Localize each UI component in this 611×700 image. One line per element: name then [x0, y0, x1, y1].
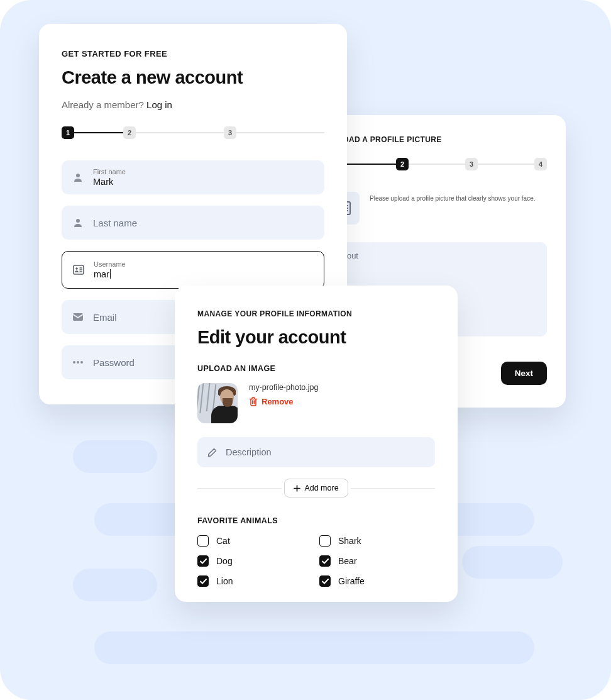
remove-label: Remove	[261, 397, 294, 406]
username-label: Username	[94, 260, 126, 268]
step-line	[478, 164, 534, 165]
edit-eyebrow: MANAGE YOUR PROFILE INFORMATION	[197, 309, 435, 318]
upload-heading: UPLOAD A PROFILE PICTURE	[327, 135, 547, 144]
description-placeholder: Description	[226, 447, 272, 457]
step-3[interactable]: 3	[224, 126, 236, 139]
step-3[interactable]: 3	[465, 158, 478, 170]
animal-checkbox-grid: CatSharkDogBearLionGiraffe	[197, 535, 435, 587]
checkbox[interactable]	[319, 575, 331, 587]
step-line	[339, 164, 396, 165]
add-more-button[interactable]: Add more	[284, 479, 348, 497]
email-placeholder: Email	[93, 312, 117, 323]
firstname-value: Mark	[93, 177, 126, 187]
already-member-text: Already a member?	[62, 99, 146, 110]
favorite-animals-heading: FAVORITE ANIMALS	[197, 516, 435, 525]
password-dots-icon	[72, 356, 84, 369]
step-4[interactable]: 4	[534, 158, 547, 170]
checkbox-item-giraffe[interactable]: Giraffe	[319, 575, 435, 587]
lastname-placeholder: Last name	[93, 218, 137, 228]
step-line	[236, 132, 324, 133]
step-1[interactable]: 1	[62, 126, 74, 139]
checkbox-label: Cat	[216, 536, 230, 546]
checkbox-item-shark[interactable]: Shark	[319, 535, 435, 547]
checkbox-item-cat[interactable]: Cat	[197, 535, 313, 547]
bg-decoration	[73, 569, 157, 601]
login-link[interactable]: Log in	[146, 99, 172, 110]
checkbox-label: Lion	[216, 576, 233, 586]
checkbox[interactable]	[197, 575, 209, 587]
person-icon	[72, 171, 84, 184]
upload-note: Please upload a profile picture that cle…	[370, 192, 535, 203]
checkbox-label: Shark	[338, 536, 361, 546]
avatar[interactable]	[197, 383, 238, 423]
checkbox-label: Giraffe	[338, 576, 365, 586]
create-title: Create a new account	[62, 67, 324, 88]
next-button[interactable]: Next	[501, 362, 547, 385]
bg-decoration	[94, 631, 534, 664]
svg-point-5	[76, 174, 80, 177]
create-stepper: 1 2 3	[62, 126, 324, 139]
edit-account-card: MANAGE YOUR PROFILE INFORMATION Edit you…	[175, 286, 458, 602]
svg-point-15	[80, 361, 83, 364]
next-button-label: Next	[515, 369, 533, 378]
upload-stepper: 1 2 3 4	[327, 158, 547, 170]
person-icon	[72, 216, 84, 229]
checkbox-item-lion[interactable]: Lion	[197, 575, 313, 587]
svg-point-8	[75, 267, 78, 270]
upload-image-heading: UPLOAD AN IMAGE	[197, 364, 435, 373]
step-line	[136, 132, 224, 133]
divider	[197, 488, 282, 489]
add-more-label: Add more	[304, 484, 338, 492]
lastname-field[interactable]: Last name	[62, 206, 324, 240]
svg-point-14	[77, 361, 79, 364]
svg-point-13	[73, 361, 75, 364]
checkbox[interactable]	[197, 535, 209, 547]
create-eyebrow: GET STARTED FOR FREE	[62, 49, 324, 58]
checkbox-label: Bear	[338, 556, 357, 566]
remove-button[interactable]: Remove	[249, 397, 318, 406]
username-field[interactable]: Username mar	[62, 251, 324, 289]
id-card-icon	[72, 264, 85, 276]
step-2[interactable]: 2	[396, 158, 409, 170]
password-placeholder: Password	[93, 357, 135, 368]
firstname-label: First name	[93, 168, 126, 175]
mail-icon	[72, 311, 84, 323]
bg-decoration	[73, 440, 157, 473]
checkbox-label: Dog	[216, 556, 233, 566]
divider	[351, 488, 435, 489]
firstname-field[interactable]: First name Mark	[62, 160, 324, 194]
bg-decoration	[462, 546, 563, 579]
step-line	[74, 132, 123, 133]
checkbox[interactable]	[197, 555, 209, 567]
step-line	[409, 164, 465, 165]
description-field[interactable]: Description	[197, 437, 435, 467]
edit-title: Edit your account	[197, 327, 435, 348]
checkbox[interactable]	[319, 555, 331, 567]
username-value: mar	[94, 269, 109, 279]
checkbox[interactable]	[319, 535, 331, 547]
svg-point-6	[76, 219, 80, 223]
checkbox-item-dog[interactable]: Dog	[197, 555, 313, 567]
filename-text: my-profile-photo.jpg	[249, 383, 318, 392]
plus-icon	[294, 485, 300, 492]
step-2[interactable]: 2	[123, 126, 136, 139]
checkbox-item-bear[interactable]: Bear	[319, 555, 435, 567]
trash-icon	[249, 397, 258, 406]
pencil-icon	[207, 448, 217, 457]
text-cursor	[110, 269, 111, 279]
svg-rect-12	[73, 313, 83, 321]
